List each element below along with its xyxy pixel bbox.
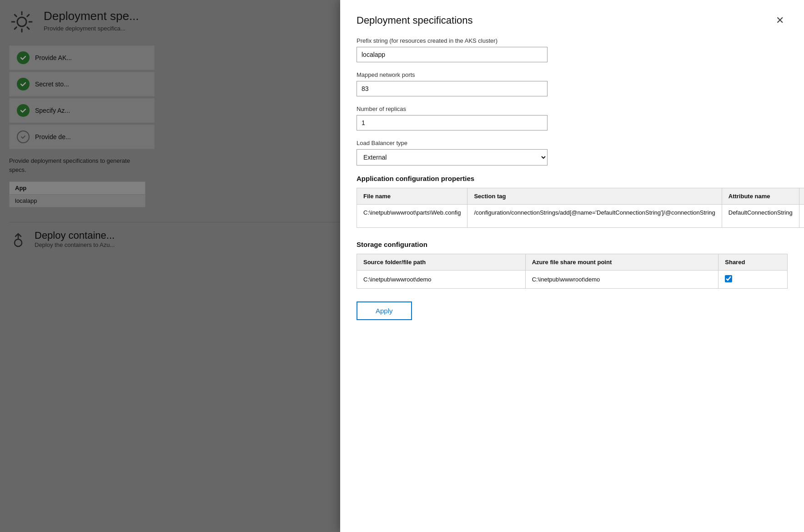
app-config-attribute-name: DefaultConnectionString [722, 205, 799, 228]
load-balancer-label: Load Balancer type [357, 140, 788, 146]
prefix-input[interactable] [357, 47, 548, 62]
network-ports-form-group: Mapped network ports [357, 71, 788, 96]
storage-config-section: Storage configuration Source folder/file… [357, 241, 788, 289]
storage-config-title: Storage configuration [357, 241, 788, 248]
col-shared: Shared [719, 254, 788, 271]
storage-mount-point: C:\inetpub\wwwroot\demo [525, 271, 719, 289]
app-config-table: File name Section tag Attribute name Att… [357, 188, 804, 228]
app-config-section-tag: /configuration/connectionStrings/add[@na… [467, 205, 722, 228]
col-attribute-name: Attribute name [722, 188, 799, 205]
storage-source-path: C:\inetpub\wwwroot\demo [357, 271, 526, 289]
storage-config-row: C:\inetpub\wwwroot\demo C:\inetpub\wwwro… [357, 271, 788, 289]
col-file-name: File name [357, 188, 467, 205]
replicas-label: Number of replicas [357, 105, 788, 112]
app-config-header-row: File name Section tag Attribute name Att… [357, 188, 804, 205]
app-config-file-name: C:\inetpub\wwwroot\parts\Web.config [357, 205, 467, 228]
network-ports-input[interactable] [357, 81, 548, 96]
replicas-input[interactable] [357, 115, 548, 130]
app-config-row: C:\inetpub\wwwroot\parts\Web.config /con… [357, 205, 804, 228]
load-balancer-form-group: Load Balancer type External Internal Non… [357, 140, 788, 166]
modal-header: Deployment specifications ✕ [340, 0, 804, 37]
modal-body: Prefix string (for resources created in … [340, 37, 804, 532]
col-source-path: Source folder/file path [357, 254, 526, 271]
prefix-form-group: Prefix string (for resources created in … [357, 37, 788, 62]
app-config-title: Application configuration properties [357, 175, 788, 182]
modal-overlay: Deployment specifications ✕ Prefix strin… [0, 0, 804, 532]
app-config-section: Application configuration properties Fil… [357, 175, 788, 228]
network-ports-label: Mapped network ports [357, 71, 788, 78]
shared-checkbox[interactable] [725, 275, 732, 282]
apply-button[interactable]: Apply [357, 301, 412, 320]
col-attribute-value: Attribute value [799, 188, 804, 205]
col-mount-point: Azure file share mount point [525, 254, 719, 271]
col-section-tag: Section tag [467, 188, 722, 205]
storage-header-row: Source folder/file path Azure file share… [357, 254, 788, 271]
load-balancer-select[interactable]: External Internal None [357, 149, 548, 166]
prefix-label: Prefix string (for resources created in … [357, 37, 788, 44]
deployment-specifications-modal: Deployment specifications ✕ Prefix strin… [340, 0, 804, 532]
replicas-form-group: Number of replicas [357, 105, 788, 130]
modal-close-button[interactable]: ✕ [772, 13, 788, 28]
storage-shared-cell [719, 271, 788, 289]
storage-config-table: Source folder/file path Azure file share… [357, 254, 788, 289]
modal-title: Deployment specifications [357, 15, 473, 26]
app-config-attribute-value-cell [799, 205, 804, 228]
